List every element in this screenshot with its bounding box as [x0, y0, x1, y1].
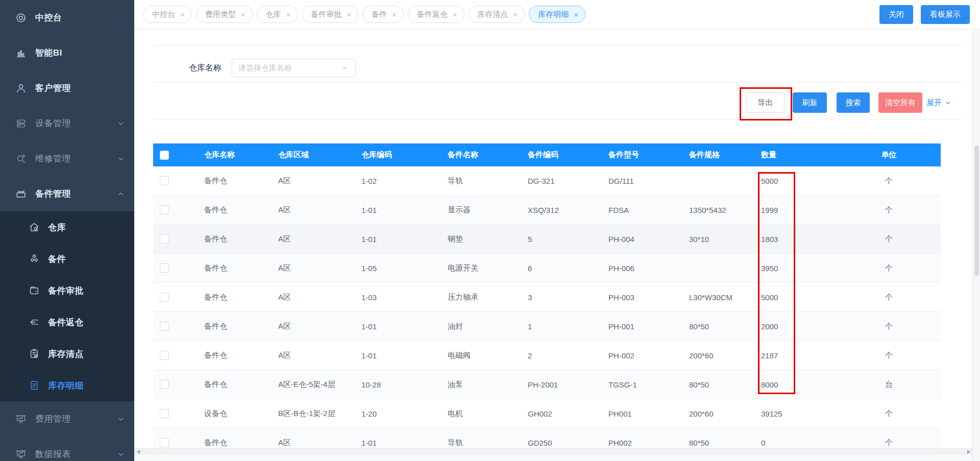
cell: A区 — [273, 254, 356, 283]
tab-label: 仓库 — [266, 10, 281, 19]
close-tab-icon[interactable]: × — [180, 11, 185, 18]
cell: 1-01 — [356, 225, 443, 254]
cell: 设备仓 — [199, 399, 273, 428]
stocktake-icon — [29, 348, 40, 359]
row-select-cell — [153, 225, 199, 254]
cell: A区 — [273, 196, 356, 225]
close-button[interactable]: 关闭 — [879, 5, 913, 24]
cell: GH002 — [523, 399, 603, 428]
cell: 5 — [523, 225, 603, 254]
select-all-checkbox[interactable] — [160, 151, 169, 160]
tab-parts-approval[interactable]: 备件审批× — [302, 6, 358, 23]
cell: PH-001 — [603, 312, 684, 341]
scroll-right-icon[interactable] — [967, 450, 970, 454]
table-row[interactable]: 备件仓A区1-05电源开关6PH-0063950个 — [153, 254, 941, 283]
search-button[interactable]: 搜索 — [837, 92, 870, 113]
export-button[interactable]: 导出 — [746, 92, 785, 113]
row-checkbox[interactable] — [160, 234, 169, 244]
tab-label: 备件 — [372, 10, 387, 19]
select-all-header-cell — [153, 143, 199, 166]
close-tab-icon[interactable]: × — [453, 11, 457, 18]
tab-stock-detail[interactable]: 库存明细× — [529, 6, 585, 23]
cell: 备件仓 — [199, 254, 273, 283]
sidebar-item-data-report[interactable]: 数据报表 — [0, 436, 134, 461]
column-header: 备件编码 — [523, 143, 603, 166]
row-select-cell — [153, 196, 199, 225]
cell: 5000 — [756, 283, 837, 312]
table-row[interactable]: 备件仓A区1-02导轨DG-321DG/1115000个 — [153, 166, 941, 196]
table-row[interactable]: 备件仓A区1-01显示器XSQ/312FDSA1350*54321999个 — [153, 196, 941, 225]
column-header: 备件规格 — [684, 143, 756, 166]
cell: 39125 — [756, 399, 837, 428]
expand-toggle[interactable]: 展开 — [926, 92, 952, 113]
row-checkbox[interactable] — [160, 380, 169, 389]
board-display-button[interactable]: 看板展示 — [921, 5, 970, 24]
sidebar-item-parts-return[interactable]: 备件返仓 — [0, 306, 134, 338]
sidebar-item-parts-approval[interactable]: 备件审批 — [0, 275, 134, 306]
table-row[interactable]: 备件仓A区1-01电磁阀2PH-002200*602187个 — [153, 341, 941, 370]
sidebar-item-label: 客户管理 — [35, 82, 71, 94]
table-row[interactable]: 备件仓A区1-01钢垫5PH-00430*101803个 — [153, 225, 941, 254]
tab-parts-return[interactable]: 备件返仓× — [408, 6, 464, 23]
close-tab-icon[interactable]: × — [347, 11, 351, 18]
scrollbar-thumb[interactable] — [974, 145, 979, 276]
sidebar-item-console[interactable]: 中控台 — [0, 0, 134, 35]
close-tab-icon[interactable]: × — [513, 11, 518, 18]
sidebar-item-stock-count[interactable]: 库存清点 — [0, 338, 134, 370]
scroll-left-icon[interactable] — [137, 450, 140, 454]
cell: PH-003 — [603, 283, 684, 312]
close-tab-icon[interactable]: × — [241, 11, 246, 18]
sidebar-item-customer-mgmt[interactable]: 客户管理 — [0, 70, 134, 106]
sidebar-item-label: 数据报表 — [35, 448, 71, 460]
horizontal-scrollbar[interactable] — [134, 448, 973, 455]
sidebar-item-expense-mgmt[interactable]: 费用管理 — [0, 401, 134, 436]
close-tab-icon[interactable]: × — [392, 11, 397, 18]
column-header: 单位 — [837, 143, 941, 166]
warehouse-select[interactable]: 请选择仓库名称 — [232, 59, 356, 77]
sidebar-item-device-mgmt[interactable]: 设备管理 — [0, 106, 134, 141]
vertical-scrollbar[interactable] — [972, 29, 980, 461]
cell: 钢垫 — [443, 225, 523, 254]
sidebar-item-label: 智能BI — [35, 47, 62, 59]
row-checkbox[interactable] — [160, 293, 169, 302]
table-row[interactable]: 备件仓A区1-01油封1PH-00180*502000个 — [153, 312, 941, 341]
row-checkbox[interactable] — [160, 438, 169, 447]
cell: 3950 — [756, 254, 837, 283]
row-checkbox[interactable] — [160, 176, 169, 185]
tab-label: 备件返仓 — [417, 10, 448, 19]
row-checkbox[interactable] — [160, 322, 169, 331]
tab-expense-type[interactable]: 费用类型× — [196, 6, 253, 23]
row-checkbox[interactable] — [160, 263, 169, 273]
cell: A区 — [273, 312, 356, 341]
row-checkbox[interactable] — [160, 205, 169, 214]
cell: 个 — [837, 283, 941, 312]
tab-warehouse[interactable]: 仓库× — [257, 6, 298, 23]
refresh-button[interactable]: 刷新 — [793, 92, 827, 113]
table-row[interactable]: 设备仓B区-B仓-1架-2层1-20电机GH002PH001200*603912… — [153, 399, 941, 428]
row-select-cell — [153, 254, 199, 283]
table-row[interactable]: 备件仓A区1-03压力轴承3PH-003L30*W30CM5000个 — [153, 283, 941, 312]
tab-stock-count[interactable]: 库存清点× — [469, 6, 525, 23]
sidebar-item-spare-parts-mgmt[interactable]: 备件管理 — [0, 176, 134, 211]
row-select-cell — [153, 370, 199, 399]
sidebar-item-stock-detail[interactable]: 库存明细 — [0, 370, 134, 401]
table-row[interactable]: 备件仓A区-E仓-5架-4层10-28油泵PH-2001TGSG-180*508… — [153, 370, 941, 399]
sidebar-item-smart-bi[interactable]: 智能BI — [0, 35, 134, 70]
sidebar-item-spare-parts[interactable]: 备件 — [0, 243, 134, 275]
sidebar-item-repair-mgmt[interactable]: 维修管理 — [0, 141, 134, 176]
row-checkbox[interactable] — [160, 351, 169, 360]
cell: PH-004 — [603, 225, 684, 254]
cell: A区 — [273, 166, 356, 196]
cell: A区-E仓-5架-4层 — [273, 370, 356, 399]
cell: TGSG-1 — [603, 370, 684, 399]
clear-all-button[interactable]: 清空所有 — [878, 92, 922, 113]
sidebar-item-warehouse[interactable]: 仓库 — [0, 211, 134, 243]
tab-parts[interactable]: 备件× — [362, 6, 404, 23]
row-checkbox[interactable] — [160, 409, 169, 418]
close-tab-icon[interactable]: × — [574, 11, 578, 18]
tab-console[interactable]: 中控台× — [143, 6, 192, 23]
cell: 1-20 — [356, 399, 443, 428]
repair-icon — [15, 153, 27, 164]
close-tab-icon[interactable]: × — [286, 11, 291, 18]
sidebar-item-label: 库存清点 — [48, 348, 84, 360]
